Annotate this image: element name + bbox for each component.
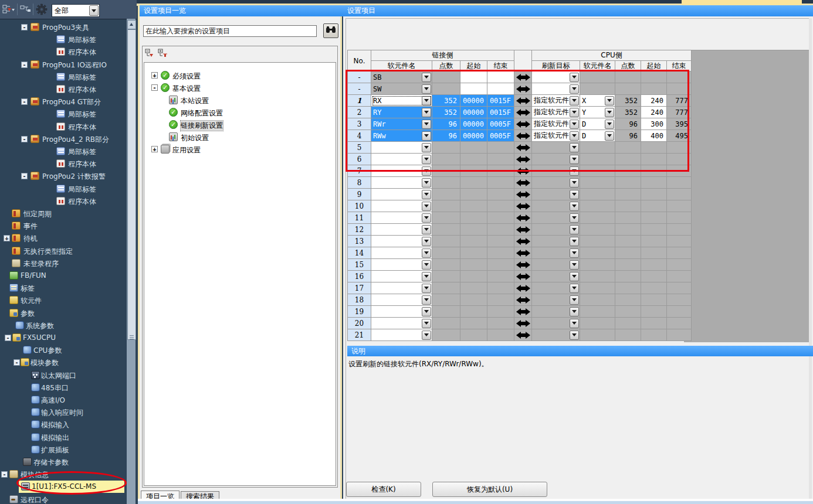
nav-tree-item[interactable]: 系统参数 [0,319,127,332]
link-end-cell[interactable] [487,177,514,189]
refresh-target-cell[interactable] [532,318,580,329]
cpu-device-cell[interactable] [580,259,615,271]
link-end-cell[interactable]: 0015F [487,95,514,107]
link-start-cell[interactable] [460,318,487,329]
link-device-cell[interactable] [371,154,432,165]
collapse-expander-icon[interactable]: - [13,359,20,366]
link-start-cell[interactable] [460,306,487,318]
nav-tree-item[interactable]: FB/FUN [0,270,127,282]
cpu-start-cell[interactable] [641,200,667,212]
link-start-cell[interactable] [460,71,487,83]
dropdown-button[interactable] [605,120,614,129]
link-end-cell[interactable] [487,236,514,247]
link-device-cell[interactable] [371,271,432,282]
nav-tree-item[interactable]: 参数 [0,307,127,319]
dropdown-button[interactable] [422,225,431,234]
refresh-target-cell[interactable]: 指定软元件 [532,130,580,142]
expand-expander-icon[interactable]: + [151,146,158,152]
cpu-start-cell[interactable] [641,71,667,83]
link-start-cell[interactable] [460,83,487,95]
nav-tree-item[interactable]: 远程口令 [0,493,127,504]
nav-tree-item[interactable]: CPU参数 [0,344,127,356]
nav-tree-item[interactable]: 1[U1]:FX5-CCL-MS [0,481,127,493]
refresh-target-cell[interactable]: 指定软元件 [532,118,580,130]
dropdown-button[interactable] [570,307,579,316]
row-number-cell[interactable]: 16 [348,271,371,282]
row-number-cell[interactable]: 20 [348,318,371,329]
row-number-cell[interactable]: - [348,83,371,95]
nav-tree-item[interactable]: 恒定周期 [0,207,127,220]
nav-tree-item[interactable]: 模拟输入 [0,418,127,431]
dropdown-button[interactable] [570,295,579,305]
display-target-dropdown[interactable]: 全部 [52,4,100,17]
expand-tree-icon[interactable] [158,49,168,58]
link-device-cell[interactable] [371,189,432,200]
dropdown-button[interactable] [570,331,579,340]
setting-tree-item[interactable]: ✓网络配置设置 [144,107,336,119]
dropdown-button[interactable] [570,155,579,164]
dropdown-button[interactable] [570,96,579,105]
cpu-device-cell[interactable] [580,282,615,294]
cpu-device-cell[interactable] [580,142,615,154]
link-device-cell[interactable] [371,165,432,177]
dropdown-button[interactable] [570,202,579,211]
cpu-device-cell[interactable] [580,189,615,200]
nav-tree-item[interactable]: -ProgPou4_2 RB部分 [0,133,127,145]
collapse-expander-icon[interactable]: - [1,471,8,478]
cpu-start-cell[interactable] [641,212,667,224]
cpu-start-cell[interactable] [641,282,667,294]
link-end-cell[interactable] [487,142,514,154]
row-number-cell[interactable]: 6 [348,154,371,165]
dropdown-button[interactable] [422,307,431,316]
cpu-start-cell[interactable]: 240 [641,95,667,107]
dropdown-button[interactable] [422,143,431,152]
refresh-target-cell[interactable] [532,177,580,189]
nav-tree-item[interactable]: 局部标签 [0,108,127,120]
setting-tree-item[interactable]: +✓必须设置 [144,70,336,82]
cpu-device-cell[interactable] [580,224,615,236]
link-device-cell[interactable] [371,247,432,259]
row-number-cell[interactable]: 7 [348,165,371,177]
nav-tree-item[interactable]: 局部标签 [0,71,127,83]
refresh-target-cell[interactable] [532,200,580,212]
row-number-cell[interactable]: 13 [348,236,371,247]
cpu-start-cell[interactable]: 240 [641,107,667,118]
row-number-cell[interactable]: 11 [348,212,371,224]
dropdown-button[interactable] [570,190,579,199]
cpu-device-cell[interactable]: X [580,95,615,107]
nav-tree-item[interactable]: -ProgPou3夹具 [0,21,127,33]
nav-tree-item[interactable]: -ProgPou1 IO远程IO [0,59,127,71]
link-device-cell[interactable] [371,200,432,212]
link-start-cell[interactable] [460,212,487,224]
cpu-start-cell[interactable] [641,294,667,306]
cpu-device-cell[interactable] [580,329,615,341]
link-end-cell[interactable] [487,200,514,212]
gear-icon[interactable] [36,4,48,14]
nav-tree-item[interactable]: -ProgPou2 计数报警 [0,170,127,182]
nav-tree-item[interactable]: 以太网端口 [0,369,127,382]
dropdown-button[interactable] [422,260,431,270]
link-device-cell[interactable] [371,259,432,271]
dropdown-button[interactable] [422,202,431,211]
dropdown-button[interactable] [605,96,614,105]
collapse-expander-icon[interactable]: - [21,173,28,179]
refresh-target-cell[interactable] [532,212,580,224]
row-number-cell[interactable]: 1 [348,95,371,107]
dropdown-button[interactable] [422,73,431,82]
cpu-device-cell[interactable] [580,318,615,329]
link-start-cell[interactable] [460,271,487,282]
cpu-start-cell[interactable] [641,165,667,177]
link-device-cell[interactable] [371,306,432,318]
cpu-device-cell[interactable]: Y [580,107,615,118]
collapse-expander-icon[interactable]: - [21,62,28,68]
link-end-cell[interactable] [487,83,514,95]
link-start-cell[interactable]: 00000 [460,107,487,118]
link-start-cell[interactable] [460,247,487,259]
link-device-cell[interactable]: RY [371,107,432,118]
setting-tree-item[interactable]: 初始设置 [144,131,336,144]
nav-tree-item[interactable]: -ProgPou4 GT部分 [0,96,127,108]
refresh-target-cell[interactable] [532,189,580,200]
dropdown-button[interactable] [422,190,431,199]
collapse-expander-icon[interactable]: - [21,136,28,142]
nav-tree-item[interactable]: 标签 [0,282,127,294]
